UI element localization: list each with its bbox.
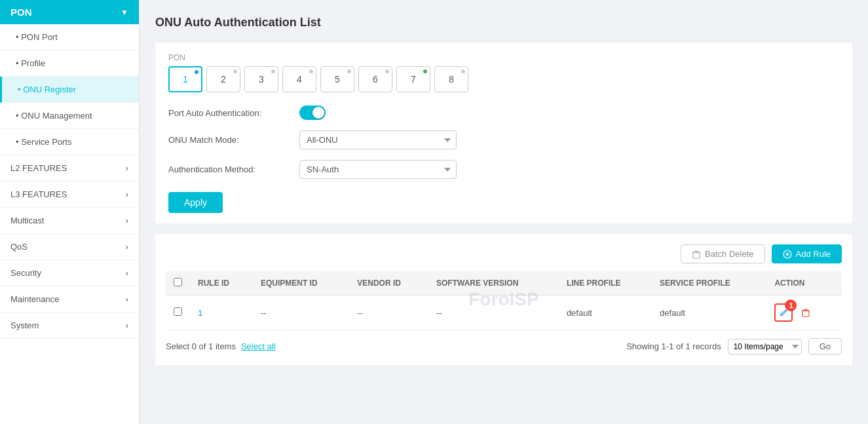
row-checkbox-cell <box>166 296 190 330</box>
onu-match-mode-select[interactable]: All-ONU Match-ONU <box>299 130 457 149</box>
cell-service-profile: default <box>652 296 767 330</box>
sidebar-section-l2-features[interactable]: L2 FEATURES › <box>0 155 139 182</box>
chevron-right-icon: › <box>126 320 128 330</box>
table-row: 1 -- -- -- default default <box>166 296 842 330</box>
delete-button[interactable] <box>797 303 815 322</box>
sidebar-item-onu-register[interactable]: ONU Register <box>0 77 139 103</box>
sidebar-item-pon-port[interactable]: PON Port <box>0 24 139 50</box>
sidebar-section-label: Security <box>10 268 41 278</box>
page-title: ONU Auto Authentication List <box>155 16 852 29</box>
pon-tab-3[interactable]: 3 <box>244 66 278 92</box>
pon-tab-7-dot <box>423 69 427 73</box>
sidebar-section-security[interactable]: Security › <box>0 260 139 286</box>
sidebar-item-label: ONU Register <box>23 85 76 94</box>
chevron-right-icon: › <box>126 189 128 199</box>
sidebar-section-qos[interactable]: QoS › <box>0 234 139 260</box>
auth-method-select[interactable]: SN-Auth Password-Auth <box>299 160 457 179</box>
onu-match-mode-label: ONU Match Mode: <box>168 135 299 145</box>
pon-tab-6[interactable]: 6 <box>358 66 392 92</box>
pon-tab-5-dot <box>347 69 351 73</box>
col-software-version: SOFTWARE VERSION <box>428 271 559 296</box>
action-badge: 1 <box>785 299 797 311</box>
pon-tab-1-dot <box>195 70 198 74</box>
edit-action-wrapper: 1 <box>774 303 793 322</box>
sidebar-section-label: L3 FEATURES <box>10 189 67 199</box>
col-rule-id: RULE ID <box>190 271 253 296</box>
auth-method-label: Authentication Method: <box>168 164 299 174</box>
sidebar-section-label: QoS <box>10 242 28 252</box>
chevron-down-icon: ▼ <box>121 8 128 17</box>
select-all-link[interactable]: Select all <box>241 341 276 351</box>
svg-rect-0 <box>693 252 700 258</box>
sidebar-item-label: ONU Management <box>21 111 92 121</box>
row-checkbox[interactable] <box>174 307 182 316</box>
table-footer: Select 0 of 1 items Select all Showing 1… <box>166 330 842 355</box>
col-equipment-id: EQUIPMENT ID <box>253 271 349 296</box>
pon-tab-4[interactable]: 4 <box>282 66 316 92</box>
pon-tab-8[interactable]: 8 <box>434 66 468 92</box>
sidebar-section-label: System <box>10 320 39 330</box>
sidebar-item-onu-management[interactable]: ONU Management <box>0 103 139 129</box>
chevron-right-icon: › <box>126 268 128 278</box>
pon-tab-7[interactable]: 7 <box>396 66 430 92</box>
content-area: ONU Auto Authentication List PON 1 2 3 4 <box>140 0 868 424</box>
pon-tab-1[interactable]: 1 <box>168 66 202 92</box>
cell-line-profile: default <box>559 296 652 330</box>
toggle-wrapper <box>299 106 326 120</box>
add-rule-button[interactable]: Add Rule <box>772 244 842 263</box>
main-content: ONU Auto Authentication List PON 1 2 3 4 <box>140 0 868 424</box>
pon-tab-5[interactable]: 5 <box>320 66 354 92</box>
cell-vendor-id: -- <box>349 296 428 330</box>
pon-label: PON <box>168 53 839 62</box>
cell-equipment-id: -- <box>253 296 349 330</box>
pon-tab-4-dot <box>309 69 313 73</box>
apply-button[interactable]: Apply <box>168 192 223 213</box>
chevron-right-icon: › <box>126 242 128 252</box>
sidebar-item-profile[interactable]: Profile <box>0 50 139 77</box>
pon-tab-6-dot <box>385 69 389 73</box>
batch-delete-label: Batch Delete <box>705 249 753 259</box>
table-header-row: RULE ID EQUIPMENT ID VENDOR ID SOFTWARE … <box>166 271 842 296</box>
rules-table: RULE ID EQUIPMENT ID VENDOR ID SOFTWARE … <box>166 271 842 330</box>
footer-left: Select 0 of 1 items Select all <box>166 341 276 351</box>
col-action: ACTION <box>766 271 842 296</box>
batch-delete-button[interactable]: Batch Delete <box>681 244 764 263</box>
footer-right: Showing 1-1 of 1 records 10 Items/page 2… <box>626 338 842 355</box>
pon-tab-3-dot <box>271 69 275 73</box>
sidebar-section-l3-features[interactable]: L3 FEATURES › <box>0 182 139 208</box>
sidebar-item-service-ports[interactable]: Service Ports <box>0 129 139 155</box>
sidebar-item-label: Profile <box>21 58 45 68</box>
chevron-right-icon: › <box>126 294 128 304</box>
port-auto-auth-toggle[interactable] <box>299 106 326 120</box>
port-auto-auth-label: Port Auto Authentication: <box>168 108 299 118</box>
table-section: ForoISP Batch Delete Add <box>155 234 852 365</box>
cell-action: 1 <box>766 296 842 330</box>
table-toolbar: Batch Delete Add Rule <box>166 244 842 263</box>
rule-id-link[interactable]: 1 <box>198 308 202 318</box>
pon-tab-8-dot <box>461 69 465 73</box>
plus-icon <box>783 250 792 259</box>
pon-tab-2[interactable]: 2 <box>206 66 240 92</box>
items-per-page-select[interactable]: 10 Items/page 20 Items/page 50 Items/pag… <box>728 339 802 355</box>
header-checkbox-col <box>166 271 190 296</box>
auth-method-row: Authentication Method: SN-Auth Password-… <box>168 160 839 179</box>
col-line-profile: LINE PROFILE <box>559 271 652 296</box>
items-per-page-wrapper: 10 Items/page 20 Items/page 50 Items/pag… <box>728 339 802 355</box>
cell-software-version: -- <box>428 296 559 330</box>
sidebar-section-label: Maintenance <box>10 294 59 304</box>
sidebar-item-label: Service Ports <box>21 137 71 147</box>
sidebar-section-system[interactable]: System › <box>0 313 139 339</box>
header-checkbox[interactable] <box>174 278 182 286</box>
pon-selector-panel: PON 1 2 3 4 5 <box>155 43 852 223</box>
sidebar-header-label: PON <box>10 7 32 18</box>
toggle-knob <box>312 107 324 119</box>
sidebar-item-label: PON Port <box>21 32 58 42</box>
delete-icon <box>801 308 810 317</box>
go-button[interactable]: Go <box>808 338 842 355</box>
pon-tab-2-dot <box>233 69 237 73</box>
sidebar-section-multicast[interactable]: Multicast › <box>0 208 139 234</box>
sidebar-section-maintenance[interactable]: Maintenance › <box>0 286 139 313</box>
sidebar-header-pon[interactable]: PON ▼ <box>0 0 139 24</box>
chevron-right-icon: › <box>126 216 128 225</box>
showing-text: Showing 1-1 of 1 records <box>626 341 721 351</box>
